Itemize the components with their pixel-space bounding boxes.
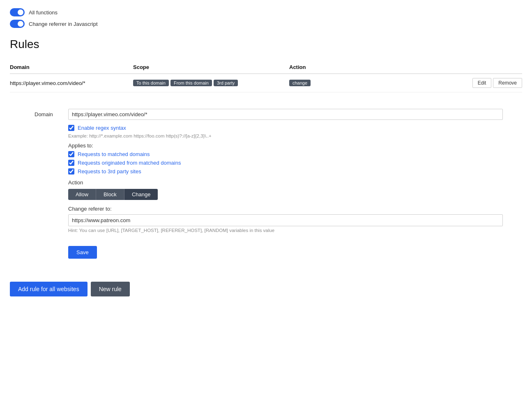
applies-checkbox-row: Requests to 3rd party sites [68, 168, 503, 175]
table-scope-cell: To this domainFrom this domain3rd party [133, 74, 289, 92]
action-label: Action [68, 179, 503, 186]
applies-checkbox-label-cb1[interactable]: Requests to matched domains [78, 151, 150, 157]
toggle-row-all-functions: All functions [10, 8, 522, 16]
applies-checkbox-row: Requests originated from matched domains [68, 160, 503, 166]
toggle-label-change-referrer: Change referrer in Javascript [29, 21, 98, 27]
action-btn-block[interactable]: Block [96, 189, 124, 200]
change-referer-hint: Hint: You can use [URL], [TARGET_HOST], … [68, 228, 503, 233]
scope-badge: From this domain [170, 80, 212, 86]
save-button[interactable]: Save [68, 246, 97, 259]
scope-badge: 3rd party [214, 80, 238, 86]
domain-label: Domain [35, 109, 63, 117]
toggle-all-functions[interactable] [10, 8, 25, 16]
action-btn-allow[interactable]: Allow [68, 189, 96, 200]
edit-button[interactable]: Edit [472, 78, 492, 88]
change-referer-label: Change referer to: [68, 206, 503, 212]
table-action-cell: change [289, 74, 351, 92]
bottom-buttons: Add rule for all websites New rule [10, 282, 522, 305]
applies-checkbox-cb2[interactable] [68, 160, 74, 166]
remove-button[interactable]: Remove [493, 78, 522, 88]
toggle-row-change-referrer: Change referrer in Javascript [10, 20, 522, 28]
table-header-domain: Domain [10, 61, 133, 74]
applies-checkbox-label-cb3[interactable]: Requests to 3rd party sites [78, 168, 141, 175]
rules-title: Rules [10, 38, 522, 51]
table-row: https://player.vimeo.com/video/*To this … [10, 74, 522, 92]
applies-checkbox-row: Requests to matched domains [68, 151, 503, 157]
action-badge: change [289, 80, 311, 86]
regex-label[interactable]: Enable regex syntax [78, 125, 126, 131]
table-domain-cell: https://player.vimeo.com/video/* [10, 74, 133, 92]
rules-table: DomainScopeAction https://player.vimeo.c… [10, 61, 522, 92]
action-btn-change[interactable]: Change [124, 189, 158, 200]
table-header-scope: Scope [133, 61, 289, 74]
table-buttons-cell: EditRemove [351, 74, 522, 92]
change-referer-input[interactable] [68, 214, 503, 226]
toggle-label-all-functions: All functions [29, 9, 58, 16]
edit-form: Domain Enable regex syntax Example: http… [10, 102, 503, 265]
applies-checkbox-cb3[interactable] [68, 168, 74, 175]
applies-checkbox-label-cb2[interactable]: Requests originated from matched domains [78, 160, 181, 166]
domain-input[interactable] [68, 109, 503, 120]
applies-checkbox-cb1[interactable] [68, 151, 74, 157]
scope-badge: To this domain [133, 80, 169, 86]
regex-hint: Example: http://*.example.com https://fo… [68, 133, 503, 138]
applies-label: Applies to: [68, 142, 503, 149]
new-rule-button[interactable]: New rule [91, 282, 130, 296]
regex-checkbox[interactable] [68, 125, 74, 131]
add-rule-button[interactable]: Add rule for all websites [10, 282, 88, 296]
table-header-action: Action [289, 61, 351, 74]
toggle-change-referrer[interactable] [10, 20, 25, 28]
